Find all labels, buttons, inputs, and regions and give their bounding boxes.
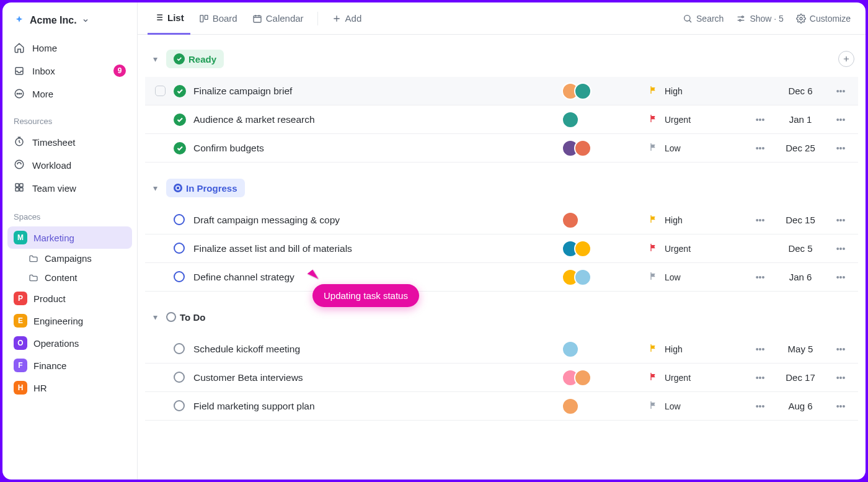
assignees[interactable] [562, 269, 649, 286]
task-title[interactable]: Audience & market research [193, 114, 562, 125]
space-product[interactable]: PProduct [7, 287, 132, 310]
status-toggle[interactable] [174, 372, 186, 384]
task-row[interactable]: Finalize asset list and bill of material… [145, 234, 858, 263]
task-title[interactable]: Field marketing support plan [193, 401, 562, 412]
workspace-switcher[interactable]: Acme Inc. [7, 10, 132, 36]
due-date[interactable]: May 5 [773, 344, 828, 354]
folder-content[interactable]: Content [7, 268, 132, 287]
task-title[interactable]: Customer Beta interviews [193, 372, 562, 383]
row-menu[interactable]: ••• [828, 244, 853, 254]
due-date[interactable]: Jan 6 [773, 272, 828, 282]
add-task-button[interactable] [838, 51, 854, 67]
task-title[interactable]: Schedule kickoff meeting [193, 344, 562, 355]
subtasks-toggle[interactable]: ••• [748, 373, 773, 383]
row-menu[interactable]: ••• [828, 344, 853, 354]
status-toggle[interactable] [174, 243, 186, 255]
due-date[interactable]: Dec 15 [773, 215, 828, 225]
row-menu[interactable]: ••• [828, 215, 853, 225]
nav-inbox[interactable]: Inbox 9 [7, 60, 132, 82]
space-finance[interactable]: FFinance [7, 354, 132, 377]
status-chip-progress[interactable]: In Progress [166, 179, 245, 197]
row-menu[interactable]: ••• [828, 143, 853, 153]
priority-cell[interactable]: Low [649, 271, 748, 283]
status-toggle[interactable] [174, 142, 186, 154]
due-date[interactable]: Dec 6 [773, 86, 828, 96]
view-tab-calendar[interactable]: Calendar [246, 2, 310, 35]
due-date[interactable]: Jan 1 [773, 114, 828, 125]
priority-cell[interactable]: High [649, 214, 748, 226]
collapse-toggle[interactable]: ▾ [149, 312, 161, 322]
priority-cell[interactable]: Low [649, 142, 748, 154]
priority-cell[interactable]: Urgent [649, 114, 748, 125]
assignees[interactable] [562, 212, 649, 229]
nav-timesheet[interactable]: Timesheet [7, 131, 132, 154]
assignees[interactable] [562, 341, 649, 358]
status-toggle[interactable] [174, 271, 186, 283]
priority-cell[interactable]: High [649, 85, 748, 97]
status-toggle[interactable] [174, 214, 186, 226]
nav-teamview[interactable]: Team view [7, 177, 132, 200]
assignees[interactable] [562, 398, 649, 415]
assignees[interactable] [562, 240, 649, 257]
nav-home[interactable]: Home [7, 37, 132, 58]
nav-more[interactable]: More [7, 83, 132, 104]
view-tab-add[interactable]: Add [326, 2, 368, 35]
avatar[interactable] [562, 341, 579, 358]
task-row[interactable]: Finalize campaign brief High Dec 6 ••• [145, 77, 858, 105]
priority-cell[interactable]: Urgent [649, 243, 748, 254]
row-menu[interactable]: ••• [828, 272, 853, 282]
avatar[interactable] [562, 111, 579, 128]
customize-button[interactable]: Customize [791, 10, 856, 27]
show-button[interactable]: Show · 5 [731, 10, 788, 27]
subtasks-toggle[interactable]: ••• [748, 344, 773, 354]
task-row[interactable]: Schedule kickoff meeting High ••• May 5 … [145, 335, 858, 364]
task-row[interactable]: Draft campaign messaging & copy High •••… [145, 206, 858, 234]
task-row[interactable]: Confirm budgets Low ••• Dec 25 ••• [145, 134, 858, 163]
task-title[interactable]: Confirm budgets [193, 143, 562, 154]
task-row[interactable]: Define channel strategy Low ••• Jan 6 ••… [145, 263, 858, 292]
avatar[interactable] [562, 398, 579, 415]
row-menu[interactable]: ••• [828, 373, 853, 383]
task-row[interactable]: Field marketing support plan Low ••• Aug… [145, 392, 858, 421]
status-chip-ready[interactable]: Ready [166, 50, 224, 68]
due-date[interactable]: Dec 5 [773, 243, 828, 254]
row-menu[interactable]: ••• [828, 401, 853, 411]
subtasks-toggle[interactable]: ••• [748, 115, 773, 125]
task-title[interactable]: Draft campaign messaging & copy [193, 215, 562, 226]
status-toggle[interactable] [174, 114, 186, 126]
task-row[interactable]: Audience & market research Urgent ••• Ja… [145, 105, 858, 134]
subtasks-toggle[interactable]: ••• [748, 401, 773, 411]
space-operations[interactable]: OOperations [7, 332, 132, 354]
task-checkbox[interactable] [155, 86, 166, 96]
subtasks-toggle[interactable]: ••• [748, 215, 773, 225]
priority-cell[interactable]: High [649, 343, 748, 355]
nav-workload[interactable]: Workload [7, 154, 132, 177]
due-date[interactable]: Dec 25 [773, 143, 828, 153]
task-title[interactable]: Finalize campaign brief [193, 86, 562, 97]
avatar[interactable] [562, 212, 579, 229]
task-row[interactable]: Customer Beta interviews Urgent ••• Dec … [145, 364, 858, 392]
avatar[interactable] [574, 83, 591, 100]
status-chip-todo[interactable]: To Do [166, 308, 213, 326]
collapse-toggle[interactable]: ▾ [149, 183, 161, 193]
task-title[interactable]: Finalize asset list and bill of material… [193, 243, 562, 254]
assignees[interactable] [562, 140, 649, 157]
subtasks-toggle[interactable]: ••• [748, 272, 773, 282]
row-menu[interactable]: ••• [828, 115, 853, 125]
row-menu[interactable]: ••• [828, 86, 853, 96]
status-toggle[interactable] [174, 85, 186, 97]
status-toggle[interactable] [174, 343, 186, 355]
priority-cell[interactable]: Urgent [649, 372, 748, 383]
assignees[interactable] [562, 83, 649, 100]
subtasks-toggle[interactable]: ••• [748, 143, 773, 153]
space-engineering[interactable]: EEngineering [7, 310, 132, 332]
avatar[interactable] [574, 369, 591, 386]
space-marketing[interactable]: MMarketing [7, 226, 132, 249]
assignees[interactable] [562, 111, 649, 128]
priority-cell[interactable]: Low [649, 400, 748, 412]
space-hr[interactable]: HHR [7, 377, 132, 399]
status-toggle[interactable] [174, 400, 186, 413]
avatar[interactable] [574, 240, 591, 257]
task-title[interactable]: Define channel strategy [193, 272, 562, 283]
collapse-toggle[interactable]: ▾ [149, 54, 161, 64]
